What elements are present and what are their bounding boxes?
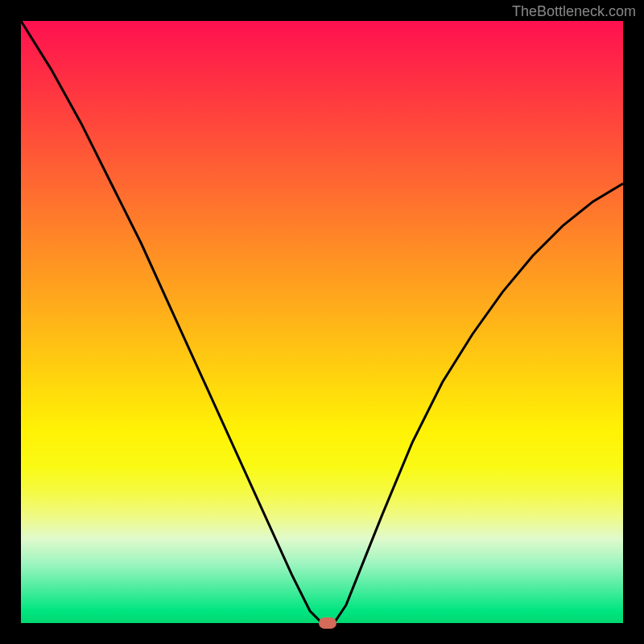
bottleneck-curve	[21, 21, 623, 623]
optimal-marker	[319, 617, 336, 629]
plot-area	[21, 21, 623, 623]
watermark: TheBottleneck.com	[512, 3, 636, 20]
chart-container: TheBottleneck.com	[0, 0, 644, 644]
